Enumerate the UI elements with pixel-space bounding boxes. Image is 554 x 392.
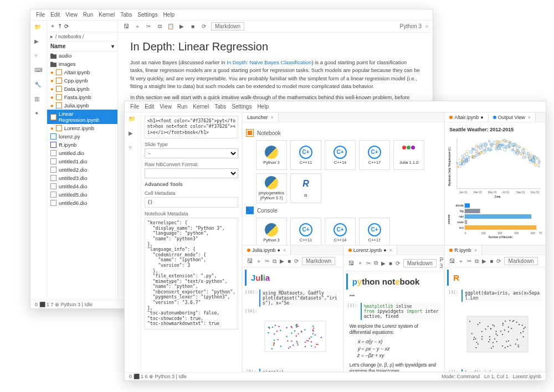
running-icon[interactable]: ▶ <box>34 38 43 47</box>
tab-altair[interactable]: Altair.ipynb● <box>445 113 488 122</box>
kernel-card[interactable]: C+C++17 <box>359 140 390 170</box>
file-item[interactable]: untitled3.dio <box>47 174 117 182</box>
kernel-card[interactable]: C+C++17 <box>359 218 390 245</box>
new-folder-icon[interactable]: ＋ <box>50 22 55 30</box>
sort-icon[interactable]: ▾ <box>111 43 114 49</box>
menu-file[interactable]: File <box>130 104 139 110</box>
svg-point-305 <box>494 338 495 339</box>
kernel-card[interactable]: Python 3 <box>256 140 287 170</box>
r-code-1[interactable]: ggplot(data=iris, aes(x=Sepal.Len <box>461 290 543 302</box>
tab-launcher[interactable]: Launcher× <box>243 113 279 122</box>
file-item[interactable]: ● Fasta.ipynb <box>47 93 117 101</box>
kernel-card[interactable]: Julia 1.1.0 <box>393 140 424 170</box>
menu-run[interactable]: Run <box>83 12 93 18</box>
cell-metadata[interactable]: {} <box>145 197 238 208</box>
save-icon[interactable]: 🖫 <box>247 258 253 264</box>
svg-point-262 <box>275 325 276 326</box>
cut-icon[interactable]: ✂ <box>145 23 152 30</box>
menu-file[interactable]: File <box>36 12 45 18</box>
svg-point-242 <box>280 345 281 347</box>
svg-point-235 <box>286 327 287 328</box>
kernel-card[interactable]: C+C++11 <box>290 140 321 170</box>
file-item[interactable]: untitled2.dio <box>47 166 117 174</box>
folder-icon[interactable]: 📁 <box>34 24 43 33</box>
julia-code-2[interactable]: eigen(x) <box>259 369 341 372</box>
menu-help[interactable]: Help <box>163 12 175 18</box>
menu-view[interactable]: View <box>160 104 172 110</box>
run-icon[interactable]: ▶ <box>178 23 186 30</box>
refresh-icon[interactable]: ⟳ <box>64 23 69 29</box>
kernel-card[interactable]: phylogenetics (Python 3.7) <box>256 173 287 203</box>
menu-kernel[interactable]: Kernel <box>99 12 115 18</box>
link-naive-bayes[interactable]: In Depth: Naive Bayes Classification <box>227 59 311 65</box>
upload-icon[interactable]: ⤒ <box>58 23 62 29</box>
kernel-card[interactable]: C+C++14 <box>325 218 356 245</box>
tab-output[interactable]: Output View× <box>489 113 536 122</box>
menu-settings[interactable]: Settings <box>137 12 157 18</box>
menu-help[interactable]: Help <box>257 104 269 110</box>
file-item[interactable]: ● Data.ipynb <box>47 85 117 93</box>
menu-edit[interactable]: Edit <box>145 104 154 110</box>
breadcrumb-root-icon[interactable]: ▸ <box>50 34 53 39</box>
restart-icon[interactable]: ⟳ <box>200 23 208 30</box>
kernel-card[interactable]: Python 3 <box>256 218 287 245</box>
nb-metadata[interactable]: "kernelspec": { "display_name": "Python … <box>145 218 238 329</box>
running-icon[interactable]: ▶ <box>129 130 137 139</box>
nbconvert-select[interactable] <box>145 168 238 178</box>
file-item[interactable]: images <box>47 60 117 68</box>
close-icon[interactable]: × <box>528 115 531 120</box>
menu-view[interactable]: View <box>65 12 78 18</box>
file-item[interactable]: untitled4.dio <box>47 182 117 190</box>
extensions-icon[interactable]: ✦ <box>34 110 43 119</box>
r-code-2[interactable]: head(iris) <box>461 369 543 372</box>
stop-icon[interactable]: ■ <box>189 23 197 30</box>
git-icon[interactable]: ⑂ <box>129 145 137 153</box>
advanced-tools-header[interactable]: Advanced Tools <box>145 182 238 187</box>
breadcrumb-path[interactable]: / notebooks / <box>55 34 84 39</box>
commands-icon[interactable]: ⌨ <box>34 67 43 76</box>
file-item[interactable]: ● Julia.ipynb <box>47 101 117 110</box>
julia-code-1[interactable]: using RDatasets, Gadfly plot(dataset("da… <box>259 290 341 307</box>
paste-icon[interactable]: 📋 <box>167 23 175 30</box>
file-header-name[interactable]: Name <box>50 43 65 49</box>
menu-edit[interactable]: Edit <box>50 12 60 18</box>
menu-settings[interactable]: Settings <box>232 104 252 110</box>
kernel-name[interactable]: Python 3 <box>399 23 421 29</box>
save-icon[interactable]: 🖫 <box>122 23 130 30</box>
menu-tabs[interactable]: Tabs <box>214 104 226 110</box>
tab-r[interactable]: R.ipynb× <box>445 246 482 255</box>
file-item[interactable]: ● Altair.ipynb <box>47 68 117 76</box>
settings-icon[interactable]: 🔧 <box>34 81 43 90</box>
slide-type-select[interactable]: - <box>145 148 238 158</box>
close-icon[interactable]: × <box>389 247 392 253</box>
menu-tabs[interactable]: Tabs <box>120 12 132 18</box>
file-item[interactable]: untitled.dio <box>47 149 117 157</box>
add-cell-icon[interactable]: ＋ <box>134 23 141 30</box>
close-icon[interactable]: × <box>271 115 274 120</box>
file-item[interactable]: Linear Regression.ipynb <box>47 110 117 124</box>
menu-run[interactable]: Run <box>177 104 187 110</box>
file-item[interactable]: untitled6.dio <box>47 199 117 207</box>
file-item[interactable]: untitled5.dio <box>47 190 117 199</box>
svg-point-329 <box>502 334 503 335</box>
folder-icon[interactable]: 📁 <box>129 116 137 125</box>
file-item[interactable]: untitled1.dio <box>47 157 117 166</box>
tabs-icon[interactable]: ▥ <box>34 96 43 105</box>
close-icon[interactable]: × <box>283 247 286 253</box>
kernel-card[interactable]: C+C++11 <box>290 218 321 245</box>
file-item[interactable]: R.ipynb <box>47 141 117 149</box>
git-icon[interactable]: ⑂ <box>34 53 43 61</box>
file-item[interactable]: lorenz.py <box>47 132 117 141</box>
file-item[interactable]: audio <box>47 51 117 60</box>
tab-julia[interactable]: Julia.ipynb●× <box>243 246 291 255</box>
cell-type-dropdown[interactable]: Markdown <box>211 22 244 30</box>
copy-icon[interactable]: ⧉ <box>156 23 163 30</box>
tab-lorenz[interactable]: Lorenz.ipynb●× <box>344 246 397 255</box>
close-icon[interactable]: × <box>474 247 477 253</box>
file-item[interactable]: ● Lorenz.ipynb <box>47 124 117 132</box>
kernel-card[interactable]: C+C++14 <box>325 140 356 170</box>
lorenz-code-1[interactable]: %matplotlib inlinefrom ipywidgets import… <box>361 303 442 320</box>
file-item[interactable]: ● Cpp.ipynb <box>47 76 117 85</box>
menu-kernel[interactable]: Kernel <box>193 104 209 110</box>
kernel-card[interactable]: RR <box>290 173 321 203</box>
